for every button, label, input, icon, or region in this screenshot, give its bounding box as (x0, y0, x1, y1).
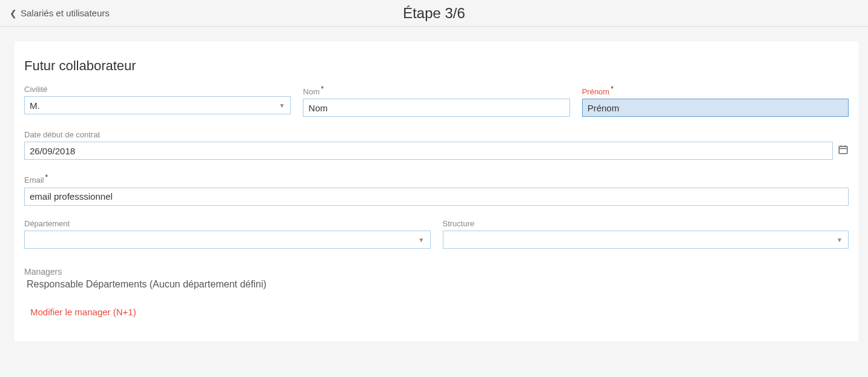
page-title: Étape 3/6 (403, 5, 465, 22)
field-civility: Civilité M. ▼ (24, 85, 291, 117)
header-bar: ❮ Salariés et utilisateurs Étape 3/6 (0, 0, 868, 27)
select-structure-wrap: ▼ (443, 231, 849, 249)
value-managers: Responsable Départements (Aucun départem… (24, 279, 849, 290)
field-email: Email* (24, 173, 849, 205)
row-dept-structure: Département ▼ Structure ▼ (24, 219, 849, 249)
label-structure: Structure (443, 219, 849, 228)
label-email: Email* (24, 173, 849, 185)
select-department[interactable] (24, 231, 431, 249)
select-civility[interactable]: M. (24, 96, 291, 114)
label-contract-start: Date début de contrat (24, 130, 849, 139)
label-civility: Civilité (24, 85, 291, 94)
row-name: Civilité M. ▼ Nom* Prénom* (24, 85, 849, 117)
required-star-icon: * (45, 173, 48, 182)
field-lastname: Nom* (303, 85, 569, 117)
select-department-wrap: ▼ (24, 231, 431, 249)
input-email[interactable] (24, 188, 849, 206)
managers-section: Managers Responsable Départements (Aucun… (24, 267, 849, 317)
select-structure[interactable] (443, 231, 849, 249)
section-title: Futur collaborateur (24, 58, 849, 74)
back-label: Salariés et utilisateurs (21, 8, 110, 18)
label-department: Département (24, 219, 431, 228)
row-email: Email* (24, 173, 849, 205)
chevron-left-icon: ❮ (10, 9, 17, 18)
select-civility-wrap: M. ▼ (24, 96, 291, 114)
field-department: Département ▼ (24, 219, 431, 249)
form-card: Futur collaborateur Civilité M. ▼ Nom* P… (15, 41, 858, 341)
label-managers: Managers (24, 267, 849, 277)
field-firstname: Prénom* (582, 85, 849, 117)
input-contract-start[interactable] (24, 142, 833, 160)
label-lastname: Nom* (303, 85, 569, 96)
date-wrap (24, 142, 849, 160)
row-date: Date début de contrat (24, 130, 849, 160)
required-star-icon: * (321, 85, 324, 93)
required-star-icon: * (611, 85, 614, 93)
back-link[interactable]: ❮ Salariés et utilisateurs (10, 8, 110, 18)
label-firstname: Prénom* (582, 85, 849, 96)
calendar-icon[interactable] (838, 144, 849, 157)
field-structure: Structure ▼ (443, 219, 849, 249)
input-lastname[interactable] (303, 99, 569, 117)
svg-rect-0 (839, 146, 847, 154)
field-contract-start: Date début de contrat (24, 130, 849, 160)
modify-manager-link[interactable]: Modifier le manager (N+1) (24, 307, 849, 317)
input-firstname[interactable] (582, 99, 849, 117)
